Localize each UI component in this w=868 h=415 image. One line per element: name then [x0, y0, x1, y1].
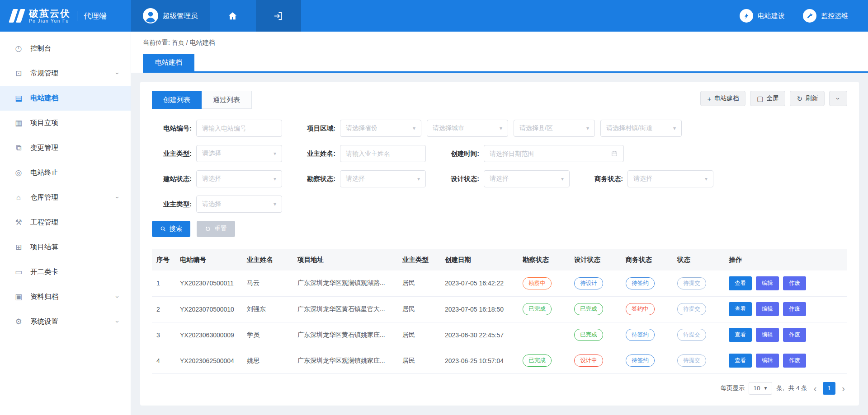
prev-page-button[interactable]: ‹ [811, 384, 819, 393]
search-icon [160, 226, 166, 232]
owner-name-input[interactable] [346, 150, 420, 157]
view-button[interactable]: 查看 [729, 354, 752, 368]
chevron-down-icon: ▾ [561, 176, 564, 182]
cell: 2023-07-05 16:42:22 [440, 270, 518, 296]
column-header: 业主姓名 [242, 249, 293, 270]
cell: 姚思 [242, 348, 293, 373]
void-button[interactable]: 作废 [783, 302, 806, 316]
per-page-select[interactable]: 10 ▼ [749, 382, 772, 395]
sidebar-item-station-termination[interactable]: ◎ 电站终止 › [0, 160, 131, 185]
sidebar-item-console[interactable]: ◷ 控制台 › [0, 36, 131, 61]
sidebar-item-label: 变更管理 [30, 143, 58, 153]
collapse-button[interactable]: › [829, 91, 847, 106]
breadcrumb-home[interactable]: 首页 [172, 39, 184, 46]
province-select[interactable]: 请选择省份▾ [340, 120, 421, 137]
refresh-button[interactable]: ↻ 刷新 [790, 91, 825, 106]
logout-button[interactable] [256, 0, 301, 32]
column-header: 业主类型 [398, 249, 440, 270]
town-select[interactable]: 请选择村镇/街道▾ [600, 120, 682, 137]
status-badge: 待提交 [677, 303, 706, 315]
reset-button[interactable]: 重置 [197, 221, 235, 237]
nav-station-build[interactable]: 电站建设 [740, 9, 785, 23]
tab-passed-list[interactable]: 通过列表 [202, 91, 252, 109]
chevron-down-icon: ▾ [586, 125, 589, 131]
breadcrumb-separator: / [186, 39, 188, 46]
column-header: 商务状态 [621, 249, 673, 270]
sidebar-item-general-management[interactable]: ⊡ 常规管理 › [0, 61, 131, 86]
nav-monitor-ops[interactable]: 监控运维 [803, 9, 848, 23]
station-code-label: 电站编号: [152, 124, 192, 133]
calculator-icon: ⊞ [14, 242, 24, 252]
tab-create-list[interactable]: 创建列表 [152, 91, 202, 109]
owner-type2-label: 业主类型: [152, 200, 192, 209]
void-button[interactable]: 作废 [783, 328, 806, 342]
survey-status-select[interactable]: 请选择▾ [340, 170, 426, 187]
status-badge: 已完成 [574, 329, 603, 341]
sidebar-item-engineering-management[interactable]: ⚒ 工程管理 › [0, 210, 131, 235]
city-select[interactable]: 请选择城市▾ [427, 120, 508, 137]
owner-type2-select[interactable]: 请选择▾ [196, 196, 282, 213]
sidebar-item-project-initiation[interactable]: ▦ 项目立项 › [0, 111, 131, 135]
per-page-label: 每页显示 [720, 384, 745, 392]
sidebar-item-label: 常规管理 [30, 69, 58, 78]
status-badge: 待签约 [626, 354, 655, 367]
column-header: 创建日期 [440, 249, 518, 270]
briefcase-icon: ▦ [14, 118, 24, 128]
chevron-down-icon: › [114, 296, 122, 298]
status-cell [518, 322, 570, 348]
create-time-input[interactable] [490, 150, 611, 157]
edit-button[interactable]: 编辑 [756, 302, 779, 316]
sidebar-item-change-management[interactable]: ⧉ 变更管理 › [0, 135, 131, 160]
add-station-button[interactable]: + 电站建档 [700, 91, 745, 106]
edit-button[interactable]: 编辑 [756, 276, 779, 290]
sidebar-item-open-class2-card[interactable]: ▭ 开二类卡 › [0, 260, 131, 284]
view-button[interactable]: 查看 [729, 302, 752, 316]
cell: YX2023062500004 [175, 348, 242, 373]
owner-type-select[interactable]: 请选择▾ [196, 145, 282, 162]
status-cell: 待签约 [621, 322, 673, 348]
cell: 马云 [242, 270, 293, 296]
cell: 3 [152, 322, 175, 348]
status-badge: 签约中 [626, 303, 655, 315]
business-status-label: 商务状态: [583, 175, 623, 183]
view-button[interactable]: 查看 [729, 328, 752, 342]
sidebar-menu: ◷ 控制台 › ⊡ 常规管理 › ▤ 电站建档 › ▦ 项目立项 › ⧉ 变更管… [0, 36, 131, 334]
view-button[interactable]: 查看 [729, 276, 752, 290]
status-badge: 待提交 [677, 329, 706, 341]
page-tab-station-archive[interactable]: 电站建档 [143, 54, 194, 71]
sidebar-item-project-settlement[interactable]: ⊞ 项目结算 › [0, 235, 131, 260]
edit-button[interactable]: 编辑 [756, 354, 779, 368]
main-content: 当前位置: 首页 / 电站建档 电站建档 创建列表 通过列表 + 电站建档 ▢ … [131, 32, 868, 415]
nav-monitor-ops-label: 监控运维 [821, 12, 848, 20]
void-button[interactable]: 作废 [783, 276, 806, 290]
next-page-button[interactable]: › [840, 384, 847, 393]
user-menu[interactable]: 超级管理员 [131, 0, 210, 32]
logo-icon [11, 9, 23, 23]
sidebar-item-data-archive[interactable]: ▣ 资料归档 › [0, 284, 131, 309]
design-status-select[interactable]: 请选择▾ [484, 170, 570, 187]
sidebar-item-warehouse-management[interactable]: ⌂ 仓库管理 › [0, 185, 131, 210]
sidebar-item-system-settings[interactable]: ⚙ 系统设置 › [0, 309, 131, 334]
avatar [143, 8, 158, 23]
station-code-input[interactable] [202, 125, 276, 132]
table-row: 4YX2023062500004姚思广东深圳龙华区观澜镇姚家庄...居民2023… [152, 348, 847, 373]
page-1-button[interactable]: 1 [823, 382, 835, 395]
fullscreen-button[interactable]: ▢ 全屏 [750, 91, 785, 106]
warehouse-icon: ⌂ [14, 193, 24, 202]
sidebar-item-label: 系统设置 [30, 317, 58, 326]
county-select[interactable]: 请选择县/区▾ [514, 120, 595, 137]
build-status-select[interactable]: 请选择▾ [196, 170, 282, 187]
search-button[interactable]: 搜索 [152, 221, 190, 237]
unit-label: 条, [776, 384, 784, 392]
void-button[interactable]: 作废 [783, 354, 806, 368]
sidebar-item-label: 仓库管理 [30, 193, 58, 202]
total-label: 共 4 条 [788, 384, 807, 392]
home-button[interactable] [210, 0, 256, 32]
sidebar-item-station-archive[interactable]: ▤ 电站建档 › [0, 86, 131, 111]
dashboard-icon: ◷ [14, 44, 24, 53]
edit-button[interactable]: 编辑 [756, 328, 779, 342]
calendar-icon [611, 150, 618, 157]
portal-label: 代理端 [77, 11, 107, 21]
gear-icon: ⚙ [14, 317, 24, 326]
business-status-select[interactable]: 请选择▾ [627, 170, 713, 187]
